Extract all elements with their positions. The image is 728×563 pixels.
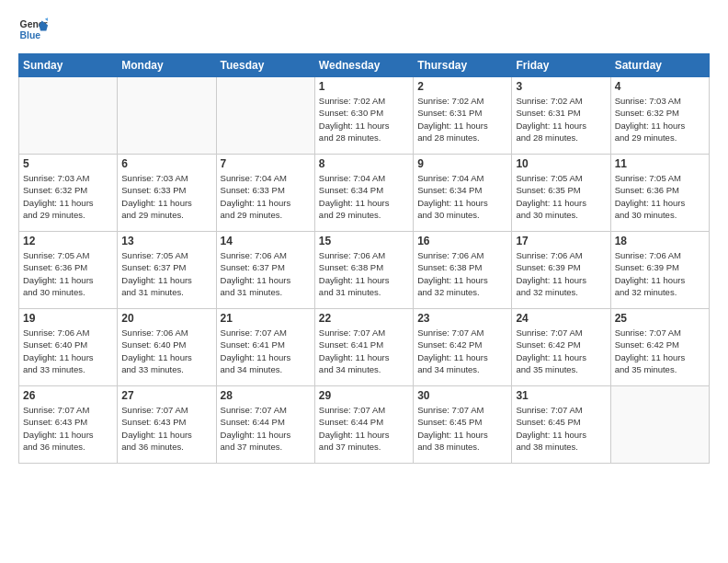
calendar-cell: 11Sunrise: 7:05 AMSunset: 6:36 PMDayligh… (610, 155, 709, 232)
calendar-cell: 16Sunrise: 7:06 AMSunset: 6:38 PMDayligh… (414, 232, 512, 309)
day-number: 23 (417, 312, 507, 325)
day-number: 20 (121, 312, 211, 325)
calendar-cell: 8Sunrise: 7:04 AMSunset: 6:34 PMDaylight… (314, 155, 413, 232)
day-number: 29 (319, 389, 409, 402)
calendar-cell: 21Sunrise: 7:07 AMSunset: 6:41 PMDayligh… (216, 309, 314, 386)
day-info: Sunrise: 7:07 AMSunset: 6:44 PMDaylight:… (319, 404, 409, 453)
calendar-cell (610, 386, 709, 464)
calendar-cell: 19Sunrise: 7:06 AMSunset: 6:40 PMDayligh… (19, 309, 118, 386)
day-number: 4 (615, 80, 705, 93)
day-number: 15 (319, 235, 409, 247)
day-number: 21 (221, 312, 311, 325)
week-row-2: 5Sunrise: 7:03 AMSunset: 6:32 PMDaylight… (19, 155, 710, 232)
day-number: 14 (221, 235, 311, 247)
day-info: Sunrise: 7:07 AMSunset: 6:42 PMDaylight:… (615, 327, 705, 375)
day-number: 24 (516, 312, 606, 325)
day-number: 19 (23, 312, 113, 325)
day-info: Sunrise: 7:07 AMSunset: 6:45 PMDaylight:… (417, 404, 507, 453)
weekday-header-row: SundayMondayTuesdayWednesdayThursdayFrid… (19, 54, 710, 77)
day-number: 10 (516, 157, 606, 170)
week-row-5: 26Sunrise: 7:07 AMSunset: 6:43 PMDayligh… (19, 386, 710, 464)
day-info: Sunrise: 7:07 AMSunset: 6:42 PMDaylight:… (417, 327, 507, 375)
day-number: 2 (417, 80, 507, 93)
day-info: Sunrise: 7:03 AMSunset: 6:32 PMDaylight:… (23, 172, 113, 221)
calendar-cell: 28Sunrise: 7:07 AMSunset: 6:44 PMDayligh… (216, 386, 314, 464)
day-number: 25 (615, 312, 705, 325)
day-info: Sunrise: 7:03 AMSunset: 6:32 PMDaylight:… (615, 95, 705, 144)
weekday-header-monday: Monday (118, 54, 216, 77)
day-info: Sunrise: 7:05 AMSunset: 6:37 PMDaylight:… (121, 249, 211, 298)
calendar-cell: 9Sunrise: 7:04 AMSunset: 6:34 PMDaylight… (414, 155, 512, 232)
day-info: Sunrise: 7:07 AMSunset: 6:41 PMDaylight:… (221, 327, 311, 375)
day-number: 30 (417, 389, 507, 402)
day-number: 3 (516, 80, 606, 93)
calendar-cell: 27Sunrise: 7:07 AMSunset: 6:43 PMDayligh… (118, 386, 216, 464)
calendar-cell: 24Sunrise: 7:07 AMSunset: 6:42 PMDayligh… (512, 309, 610, 386)
day-info: Sunrise: 7:05 AMSunset: 6:36 PMDaylight:… (23, 249, 113, 298)
day-info: Sunrise: 7:03 AMSunset: 6:33 PMDaylight:… (121, 172, 211, 221)
day-number: 26 (23, 389, 113, 402)
day-number: 28 (221, 389, 311, 402)
calendar-cell: 7Sunrise: 7:04 AMSunset: 6:33 PMDaylight… (216, 155, 314, 232)
day-info: Sunrise: 7:04 AMSunset: 6:33 PMDaylight:… (221, 172, 311, 221)
day-info: Sunrise: 7:05 AMSunset: 6:36 PMDaylight:… (615, 172, 705, 221)
day-info: Sunrise: 7:07 AMSunset: 6:45 PMDaylight:… (516, 404, 606, 453)
calendar-cell (19, 77, 118, 155)
day-info: Sunrise: 7:06 AMSunset: 6:39 PMDaylight:… (615, 249, 705, 298)
weekday-header-saturday: Saturday (610, 54, 709, 77)
weekday-header-thursday: Thursday (414, 54, 512, 77)
calendar-cell: 20Sunrise: 7:06 AMSunset: 6:40 PMDayligh… (118, 309, 216, 386)
day-number: 12 (23, 235, 113, 247)
calendar-cell: 2Sunrise: 7:02 AMSunset: 6:31 PMDaylight… (414, 77, 512, 155)
day-info: Sunrise: 7:07 AMSunset: 6:43 PMDaylight:… (23, 404, 113, 453)
calendar-cell: 22Sunrise: 7:07 AMSunset: 6:41 PMDayligh… (314, 309, 413, 386)
day-number: 1 (319, 80, 409, 93)
day-number: 5 (23, 157, 113, 170)
weekday-header-friday: Friday (512, 54, 610, 77)
calendar-cell: 29Sunrise: 7:07 AMSunset: 6:44 PMDayligh… (314, 386, 413, 464)
calendar-cell: 10Sunrise: 7:05 AMSunset: 6:35 PMDayligh… (512, 155, 610, 232)
day-number: 31 (516, 389, 606, 402)
day-info: Sunrise: 7:04 AMSunset: 6:34 PMDaylight:… (417, 172, 507, 221)
day-number: 7 (221, 157, 311, 170)
calendar-cell: 26Sunrise: 7:07 AMSunset: 6:43 PMDayligh… (19, 386, 118, 464)
calendar-cell: 5Sunrise: 7:03 AMSunset: 6:32 PMDaylight… (19, 155, 118, 232)
day-number: 9 (417, 157, 507, 170)
calendar-cell: 23Sunrise: 7:07 AMSunset: 6:42 PMDayligh… (414, 309, 512, 386)
svg-text:Blue: Blue (20, 30, 41, 40)
day-info: Sunrise: 7:02 AMSunset: 6:31 PMDaylight:… (516, 95, 606, 144)
calendar-cell: 31Sunrise: 7:07 AMSunset: 6:45 PMDayligh… (512, 386, 610, 464)
weekday-header-tuesday: Tuesday (216, 54, 314, 77)
day-info: Sunrise: 7:06 AMSunset: 6:38 PMDaylight:… (417, 249, 507, 298)
calendar-cell: 4Sunrise: 7:03 AMSunset: 6:32 PMDaylight… (610, 77, 709, 155)
day-info: Sunrise: 7:06 AMSunset: 6:37 PMDaylight:… (221, 249, 311, 298)
weekday-header-wednesday: Wednesday (314, 54, 413, 77)
day-info: Sunrise: 7:02 AMSunset: 6:31 PMDaylight:… (417, 95, 507, 144)
day-number: 17 (516, 235, 606, 247)
day-number: 8 (319, 157, 409, 170)
calendar-cell: 1Sunrise: 7:02 AMSunset: 6:30 PMDaylight… (314, 77, 413, 155)
calendar-cell: 6Sunrise: 7:03 AMSunset: 6:33 PMDaylight… (118, 155, 216, 232)
week-row-1: 1Sunrise: 7:02 AMSunset: 6:30 PMDaylight… (19, 77, 710, 155)
calendar-cell: 13Sunrise: 7:05 AMSunset: 6:37 PMDayligh… (118, 232, 216, 309)
day-info: Sunrise: 7:07 AMSunset: 6:44 PMDaylight:… (221, 404, 311, 453)
calendar-cell: 18Sunrise: 7:06 AMSunset: 6:39 PMDayligh… (610, 232, 709, 309)
calendar-cell: 25Sunrise: 7:07 AMSunset: 6:42 PMDayligh… (610, 309, 709, 386)
calendar-cell (216, 77, 314, 155)
day-info: Sunrise: 7:06 AMSunset: 6:38 PMDaylight:… (319, 249, 409, 298)
header: General Blue (18, 15, 710, 44)
calendar-cell: 15Sunrise: 7:06 AMSunset: 6:38 PMDayligh… (314, 232, 413, 309)
day-number: 18 (615, 235, 705, 247)
day-info: Sunrise: 7:06 AMSunset: 6:39 PMDaylight:… (516, 249, 606, 298)
calendar-cell: 12Sunrise: 7:05 AMSunset: 6:36 PMDayligh… (19, 232, 118, 309)
day-number: 27 (121, 389, 211, 402)
day-number: 16 (417, 235, 507, 247)
logo-icon: General Blue (18, 15, 48, 44)
day-info: Sunrise: 7:07 AMSunset: 6:42 PMDaylight:… (516, 327, 606, 375)
calendar-cell (118, 77, 216, 155)
calendar-cell: 17Sunrise: 7:06 AMSunset: 6:39 PMDayligh… (512, 232, 610, 309)
day-number: 13 (121, 235, 211, 247)
day-info: Sunrise: 7:05 AMSunset: 6:35 PMDaylight:… (516, 172, 606, 221)
day-info: Sunrise: 7:04 AMSunset: 6:34 PMDaylight:… (319, 172, 409, 221)
calendar-cell: 3Sunrise: 7:02 AMSunset: 6:31 PMDaylight… (512, 77, 610, 155)
